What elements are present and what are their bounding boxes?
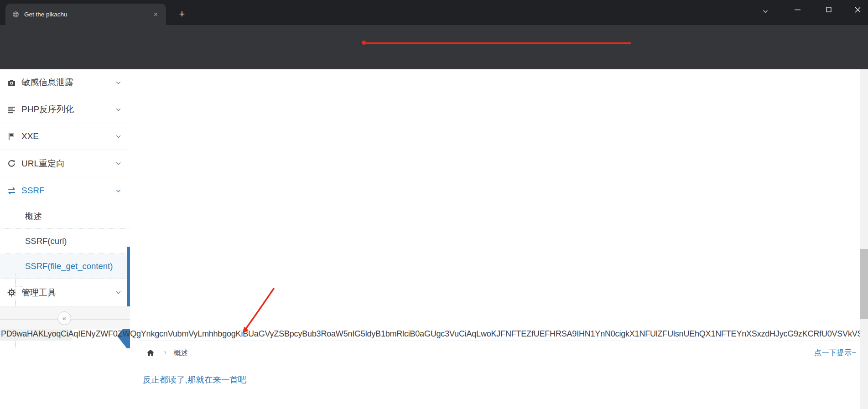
submenu-item-overview[interactable]: 概述	[0, 204, 130, 229]
tab-close-icon[interactable]: ×	[150, 10, 161, 19]
list-icon	[7, 105, 16, 114]
breadcrumb-separator: ›	[164, 347, 166, 357]
chevron-down-icon	[115, 289, 122, 296]
submenu-item-label: 概述	[25, 211, 42, 222]
flag-icon	[7, 132, 16, 141]
sidebar-item-url-redirect[interactable]: URL重定向	[0, 150, 130, 177]
content-poem-link[interactable]: 反正都读了,那就在来一首吧	[143, 374, 246, 385]
annotation-underline	[364, 42, 631, 44]
tab-title: Get the pikachu	[24, 11, 150, 18]
submenu-item-ssrf-fgc[interactable]: SSRF(file_get_content)	[0, 254, 130, 279]
scrollbar-track[interactable]	[860, 69, 868, 409]
breadcrumb-bar: › 概述 点一下提示~	[130, 341, 868, 365]
page-content: 敏感信息泄露 PHP反序列化 XXE URL重定向 SSRF 概述 SSRF(c…	[0, 69, 868, 409]
new-tab-button[interactable]: +	[174, 6, 190, 22]
sidebar-item-label: 管理工具	[21, 287, 56, 299]
base64-output-text: PD9waHAKLyoqCiAqIENyZWF0ZWQgYnkgcnVubmVy…	[1, 329, 868, 341]
window-close-button[interactable]	[847, 0, 868, 19]
hint-link[interactable]: 点一下提示~	[814, 348, 856, 358]
sidebar-collapse-button[interactable]: «	[57, 311, 71, 325]
sidebar-item-ssrf[interactable]: SSRF	[0, 177, 130, 204]
sidebar-item-admin-tools[interactable]: 管理工具	[0, 279, 130, 306]
sidebar-item-label: XXE	[21, 131, 39, 141]
scrollbar-thumb[interactable]	[860, 249, 868, 319]
sidebar-item-label: PHP反序列化	[21, 104, 74, 115]
tree-connector	[15, 286, 22, 287]
sidebar-menu: 敏感信息泄露 PHP反序列化 XXE URL重定向 SSRF 概述 SSRF(c…	[0, 69, 130, 306]
swap-arrows-icon	[7, 186, 16, 196]
tab-favicon-globe-icon	[12, 10, 20, 18]
browser-tab[interactable]: Get the pikachu ×	[5, 4, 166, 25]
sidebar-item-php-deserialize[interactable]: PHP反序列化	[0, 96, 130, 123]
browser-toolbar: 不安全 | 192.168.23.128/pikachu/vul/ssrf/ss…	[0, 25, 868, 47]
chevron-down-icon	[115, 160, 122, 167]
submenu-item-label: SSRF(curl)	[25, 236, 67, 246]
bookmarks-bar: Gmail YouTube 地图 翻墙 破解软件论坛 学习博客 工作查找 Liv…	[0, 47, 868, 69]
sidebar-item-label: SSRF	[21, 186, 45, 196]
chevron-down-icon	[115, 187, 122, 194]
sidebar-item-label: URL重定向	[21, 158, 65, 170]
chevron-down-icon	[115, 133, 122, 140]
camera-icon	[7, 78, 16, 88]
breadcrumb-home-icon[interactable]	[146, 348, 155, 357]
window-maximize-button[interactable]	[818, 0, 839, 19]
submenu-item-ssrf-curl[interactable]: SSRF(curl)	[0, 229, 130, 254]
breadcrumb-current: 概述	[174, 348, 188, 358]
tab-search-chevron-icon[interactable]	[756, 4, 774, 19]
chevron-down-icon	[115, 106, 122, 113]
chevron-down-icon	[115, 79, 122, 86]
submenu-item-label: SSRF(file_get_content)	[25, 261, 113, 271]
tab-strip: Get the pikachu × +	[0, 0, 868, 25]
sidebar-item-xxe[interactable]: XXE	[0, 123, 130, 150]
sidebar-item-label: 敏感信息泄露	[21, 77, 73, 88]
window-minimize-button[interactable]	[787, 0, 808, 19]
annotation-arrow	[228, 280, 292, 344]
redirect-refresh-icon	[7, 159, 16, 168]
sidebar-item-info-leak[interactable]: 敏感信息泄露	[0, 69, 130, 96]
